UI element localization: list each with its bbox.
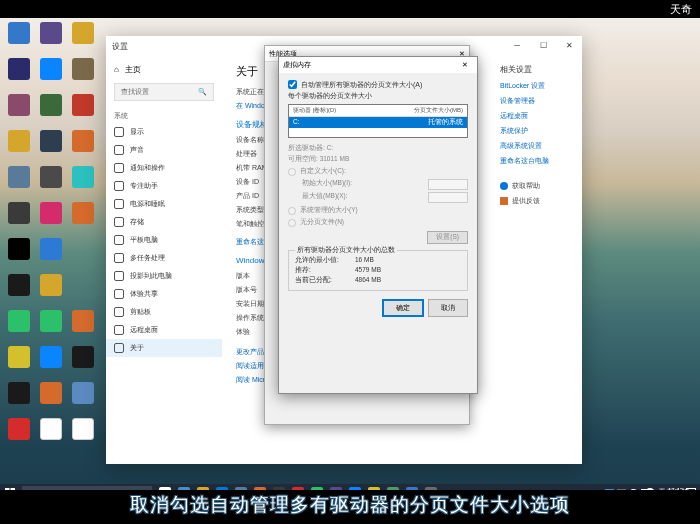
feedback-link[interactable]: 提供反馈 bbox=[500, 196, 576, 206]
nav-shared[interactable]: 体验共享 bbox=[106, 285, 222, 303]
settings-nav: ⌂主页 查找设置🔍 系统 显示 声音 通知和操作 专注助手 电源和睡眠 存储 平… bbox=[106, 56, 222, 464]
no-paging-radio bbox=[288, 219, 296, 227]
nav-sound[interactable]: 声音 bbox=[106, 141, 222, 159]
bitlocker-link[interactable]: BitLocker 设置 bbox=[500, 81, 576, 91]
device-manager-link[interactable]: 设备管理器 bbox=[500, 96, 576, 106]
nav-clipboard[interactable]: 剪贴板 bbox=[106, 303, 222, 321]
ok-button[interactable]: 确定 bbox=[382, 299, 424, 317]
initial-size-input bbox=[428, 179, 468, 190]
system-protection-link[interactable]: 系统保护 bbox=[500, 126, 576, 136]
settings-right-panel: 相关设置 BitLocker 设置 设备管理器 远程桌面 系统保护 高级系统设置… bbox=[494, 56, 582, 464]
subtitle-bar: 取消勾选自动管理多有驱动器的分页文件大小选项 bbox=[0, 490, 700, 524]
nav-display[interactable]: 显示 bbox=[106, 123, 222, 141]
top-brand: 天奇 bbox=[670, 2, 692, 17]
nav-storage[interactable]: 存储 bbox=[106, 213, 222, 231]
nav-home[interactable]: ⌂主页 bbox=[106, 60, 222, 79]
nav-header: 系统 bbox=[106, 105, 222, 123]
custom-size-radio bbox=[288, 168, 296, 176]
virtual-memory-dialog: 虚拟内存✕ 自动管理所有驱动器的分页文件大小(A) 每个驱动器的分页文件大小 驱… bbox=[278, 56, 478, 394]
remote-desktop-link[interactable]: 远程桌面 bbox=[500, 111, 576, 121]
vm-close-button[interactable]: ✕ bbox=[457, 61, 473, 69]
nav-multitask[interactable]: 多任务处理 bbox=[106, 249, 222, 267]
nav-tablet[interactable]: 平板电脑 bbox=[106, 231, 222, 249]
advanced-settings-link[interactable]: 高级系统设置 bbox=[500, 141, 576, 151]
auto-manage-checkbox[interactable] bbox=[288, 80, 297, 89]
help-link[interactable]: 获取帮助 bbox=[500, 181, 576, 191]
drive-row[interactable]: C:托管的系统 bbox=[289, 117, 467, 128]
auto-manage-label: 自动管理所有驱动器的分页文件大小(A) bbox=[301, 80, 422, 90]
nav-project[interactable]: 投影到此电脑 bbox=[106, 267, 222, 285]
minimize-button[interactable]: ─ bbox=[504, 36, 530, 54]
subtitle-text: 取消勾选自动管理多有驱动器的分页文件大小选项 bbox=[130, 492, 570, 518]
home-icon: ⌂ bbox=[114, 65, 119, 74]
cancel-button[interactable]: 取消 bbox=[428, 299, 468, 317]
nav-remote[interactable]: 远程桌面 bbox=[106, 321, 222, 339]
nav-focus[interactable]: 专注助手 bbox=[106, 177, 222, 195]
nav-search[interactable]: 查找设置🔍 bbox=[114, 83, 214, 101]
set-button: 设置(S) bbox=[427, 231, 468, 244]
settings-title: 设置 bbox=[112, 41, 128, 52]
max-size-input bbox=[428, 192, 468, 203]
close-button[interactable]: ✕ bbox=[556, 36, 582, 54]
drive-list[interactable]: 驱动器 [卷标](D)分页文件大小(MB) C:托管的系统 bbox=[288, 104, 468, 138]
nav-notifications[interactable]: 通知和操作 bbox=[106, 159, 222, 177]
maximize-button[interactable]: ☐ bbox=[530, 36, 556, 54]
search-icon: 🔍 bbox=[198, 88, 207, 96]
nav-about[interactable]: 关于 bbox=[106, 339, 222, 357]
nav-power[interactable]: 电源和睡眠 bbox=[106, 195, 222, 213]
rename-link[interactable]: 重命名这台电脑 bbox=[500, 156, 576, 166]
vm-title: 虚拟内存 bbox=[283, 60, 311, 70]
managed-radio bbox=[288, 207, 296, 215]
